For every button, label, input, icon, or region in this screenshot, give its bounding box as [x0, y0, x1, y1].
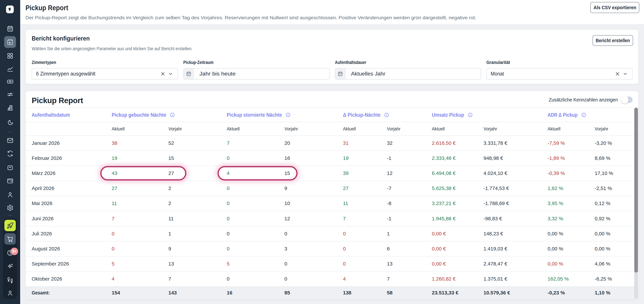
table-cell: 1.375,01 €	[484, 276, 548, 282]
calendar-icon-box	[184, 68, 194, 79]
table-cell: 162,05 %	[548, 276, 595, 282]
table-cell: 32	[387, 140, 432, 146]
sidebar-item-night-mode[interactable]	[4, 117, 16, 129]
table-cell: 0	[112, 231, 168, 237]
filter-input-pickup-zeitraum[interactable]: Jahr bis heute	[183, 68, 330, 80]
sidebar-item-guests[interactable]	[4, 188, 16, 201]
table-cell: 0	[284, 276, 343, 282]
filter-label: Zimmertypen	[32, 60, 52, 65]
table-scrollbar[interactable]	[634, 108, 638, 299]
sidebar-item-payments[interactable]	[4, 75, 16, 88]
sidebar-item-bookings[interactable]	[4, 161, 16, 173]
sub-header-aktuell: Aktuell	[548, 126, 595, 132]
config-card-title: Bericht konfigurieren	[32, 35, 85, 42]
sidebar-item-sync[interactable]	[4, 148, 16, 159]
table-cell: -1	[387, 155, 432, 161]
create-report-label: Bericht erstellen	[596, 38, 626, 43]
table-cell: 4	[112, 276, 168, 282]
filter-1: Zimmertypen6 Zimmertypen ausgewählt	[32, 59, 178, 83]
chevron-down-icon[interactable]	[168, 71, 173, 76]
bolt-logo-icon	[7, 6, 13, 12]
sidebar-item-tour[interactable]	[4, 274, 16, 286]
table-total-row: Gesamt:15414316851385823.513,33 €10.579,…	[26, 286, 638, 299]
sub-header-label: Aktuell	[227, 126, 239, 132]
pickup-table: AufenthaltsdatumPickup gebuchte NächtePi…	[26, 108, 638, 299]
table-cell: 0	[227, 185, 284, 191]
column-header-label[interactable]: Umsatz Pickup	[432, 112, 460, 118]
create-report-button[interactable]: Bericht erstellen	[592, 35, 633, 46]
table-cell: 3,95 %	[548, 201, 595, 206]
table-cell: 20	[284, 140, 343, 146]
app-logo[interactable]	[6, 5, 14, 13]
sidebar-divider	[8, 132, 12, 132]
total-cell: 154	[112, 290, 168, 296]
filter-2: Pickup-ZeitraumJahr bis heute	[183, 59, 330, 83]
table-cell: 0,00 %	[595, 231, 634, 237]
column-header-label[interactable]: Δ Pickup-Nächte	[343, 112, 377, 118]
column-header[interactable]: Pickup stornierte Nächte	[227, 112, 343, 118]
sub-header-vorjahr: Vorjahr	[595, 126, 634, 132]
column-header[interactable]: Umsatz Pickup	[432, 112, 548, 118]
filter-input-zimmertypen[interactable]: 6 Zimmertypen ausgewählt	[32, 68, 178, 80]
table-cell: 0,00 %	[548, 231, 595, 237]
sidebar-item-wallet[interactable]	[4, 175, 16, 187]
sidebar-item-calendar-import[interactable]	[4, 36, 16, 48]
sidebar-item-analytics[interactable]	[4, 63, 16, 75]
info-icon	[384, 113, 389, 117]
table-cell: 38	[112, 140, 168, 146]
chevron-down-icon[interactable]	[623, 71, 628, 76]
table-cell: 0	[227, 155, 284, 161]
column-header-label[interactable]: Pickup stornierte Nächte	[227, 112, 276, 118]
chart-line-icon	[7, 65, 14, 72]
table-cell: 1,62 %	[548, 185, 595, 191]
column-header[interactable]: ADR Δ Pickup	[548, 112, 628, 118]
table-body: Januar 2026385272031322.616,50 €3.331,78…	[26, 136, 638, 286]
sidebar-item-ai[interactable]	[4, 260, 16, 272]
sub-header-vorjahr: Vorjahr	[484, 126, 548, 132]
column-header-aufenthaltsdatum[interactable]: Aufenthaltsdatum	[32, 112, 112, 118]
table-cell: -1.788,69 €	[484, 201, 548, 206]
info-icon	[170, 113, 175, 117]
sidebar-item-boost[interactable]	[4, 220, 16, 231]
sidebar-item-settings[interactable]	[4, 202, 16, 214]
table-cell: 52	[168, 140, 227, 146]
sidebar-item-property[interactable]	[4, 102, 16, 114]
table-row: Januar 2026385272031322.616,50 €3.331,78…	[26, 136, 638, 151]
calendar-icon-box	[335, 68, 346, 79]
row-month: April 2026	[32, 185, 112, 191]
sidebar-item-apps[interactable]	[4, 50, 16, 62]
config-card: Bericht konfigurieren Wählen Sie die unt…	[26, 29, 638, 84]
sidebar-item-shop[interactable]	[4, 233, 16, 245]
filters-row: Zimmertypen6 Zimmertypen ausgewähltPicku…	[32, 59, 632, 83]
scrollbar-thumb[interactable]	[634, 108, 638, 273]
sidebar-item-account[interactable]	[4, 287, 16, 299]
table-cell: 3,32 %	[548, 216, 595, 221]
export-csv-label: Als CSV exportieren	[594, 5, 632, 10]
column-header-label[interactable]: Pickup gebuchte Nächte	[112, 112, 161, 118]
table-cell: 11	[168, 216, 227, 221]
page-subtitle: Der Pickup-Report zeigt die Buchungstren…	[26, 15, 508, 20]
table-cell: 1	[168, 231, 227, 237]
column-header-label[interactable]: Aufenthaltsdatum	[32, 112, 65, 118]
table-cell: 2.333,46 €	[432, 155, 484, 161]
table-cell: 43	[112, 170, 168, 176]
calendar-icon	[338, 71, 343, 77]
table-cell: 5	[112, 261, 168, 267]
column-header-label[interactable]: ADR Δ Pickup	[548, 112, 574, 118]
filter-input-granularität[interactable]: Monat	[486, 68, 632, 80]
clear-icon[interactable]	[615, 71, 620, 76]
sidebar-item-calendar[interactable]	[4, 23, 16, 35]
sync-icon	[7, 150, 14, 157]
column-header[interactable]: Δ Pickup-Nächte	[343, 112, 432, 118]
filter-label: Pickup-Zeitraum	[183, 60, 208, 65]
filter-input-aufenthaltsdauer[interactable]: Aktuelles Jahr	[335, 68, 481, 80]
clear-icon[interactable]	[160, 71, 165, 76]
column-header[interactable]: Pickup gebuchte Nächte	[112, 112, 227, 118]
sidebar-divider	[8, 215, 12, 215]
notification-badge: 9+	[10, 248, 18, 255]
table-cell: 0	[227, 246, 284, 252]
export-csv-button[interactable]: Als CSV exportieren	[590, 2, 639, 13]
sidebar-item-messages[interactable]	[4, 134, 16, 146]
sidebar-item-settings-sliders[interactable]	[4, 88, 16, 100]
extra-metrics-toggle[interactable]	[621, 97, 632, 103]
